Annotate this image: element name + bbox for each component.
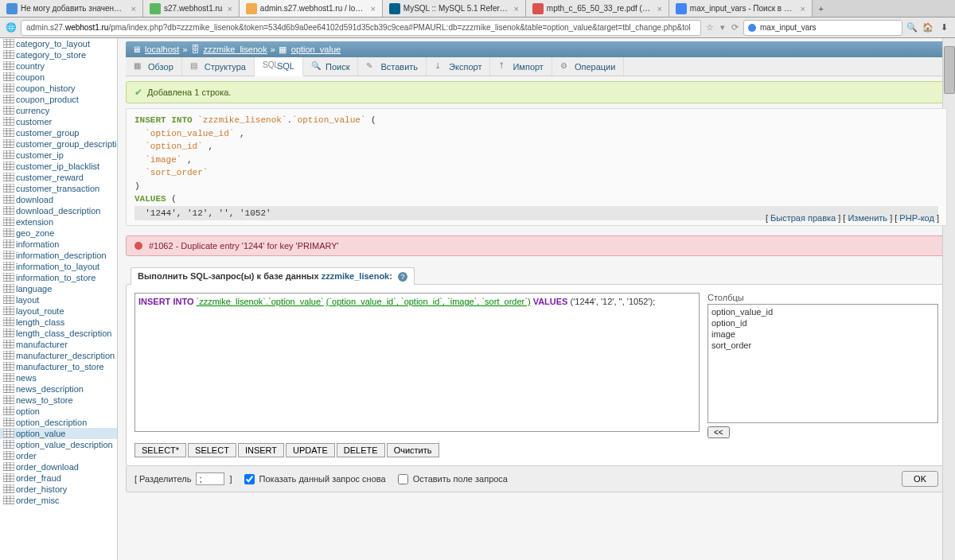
sidebar-item-layout_route[interactable]: layout_route bbox=[0, 305, 117, 317]
sidebar-item-customer_group_descriptio[interactable]: customer_group_descriptio bbox=[0, 138, 117, 150]
sidebar-item-coupon[interactable]: coupon bbox=[0, 72, 117, 83]
columns-insert-button[interactable]: << bbox=[707, 426, 730, 438]
browser-tab[interactable]: max_input_vars - Поиск в Google× bbox=[669, 0, 813, 17]
column-option[interactable]: sort_order bbox=[710, 340, 936, 351]
sidebar-item-order_fraud[interactable]: order_fraud bbox=[0, 472, 117, 484]
query-header-db[interactable]: zzzmike_lisenok bbox=[322, 271, 390, 281]
sidebar-item-currency[interactable]: currency bbox=[0, 105, 117, 116]
browser-tab[interactable]: s27.webhost1.ru× bbox=[143, 0, 240, 17]
tab-add-button[interactable]: + bbox=[813, 0, 830, 17]
browser-tab[interactable]: mpth_c_65_50_33_re.pdf (объект «appli...… bbox=[526, 0, 669, 17]
sql-btn-очистить[interactable]: Очистить bbox=[387, 443, 439, 457]
sql-btn-insert[interactable]: INSERT bbox=[238, 443, 284, 457]
tab-Поиск[interactable]: 🔍Поиск bbox=[303, 57, 358, 76]
edit-link[interactable]: Изменить bbox=[848, 213, 887, 223]
delimiter-input[interactable] bbox=[196, 472, 224, 485]
browser-search-input[interactable]: max_input_vars bbox=[743, 20, 902, 36]
dropdown-icon[interactable]: ▾ bbox=[719, 22, 727, 33]
column-option[interactable]: option_id bbox=[710, 317, 936, 329]
sidebar-item-option_description[interactable]: option_description bbox=[0, 417, 117, 428]
tab-close-icon[interactable]: × bbox=[800, 4, 805, 14]
sidebar-item-language[interactable]: language bbox=[0, 283, 117, 294]
keep-query-checkbox[interactable] bbox=[398, 474, 408, 484]
sidebar-item-layout[interactable]: layout bbox=[0, 294, 117, 305]
show-again-checkbox[interactable] bbox=[244, 474, 255, 484]
sidebar-item-news_to_store[interactable]: news_to_store bbox=[0, 395, 117, 406]
tab-Операции[interactable]: ⚙Операции bbox=[552, 57, 624, 76]
php-code-link[interactable]: PHP-код bbox=[899, 213, 934, 223]
column-option[interactable]: option_value_id bbox=[710, 306, 936, 317]
tab-Обзор[interactable]: ▦Обзор bbox=[126, 57, 182, 76]
sidebar-item-coupon_history[interactable]: coupon_history bbox=[0, 83, 117, 94]
sidebar-item-download[interactable]: download bbox=[0, 194, 117, 205]
breadcrumb-db[interactable]: zzzmike_lisenok bbox=[204, 45, 267, 54]
download-icon[interactable]: ⬇ bbox=[937, 21, 950, 34]
sidebar-item-customer_ip_blacklist[interactable]: customer_ip_blacklist bbox=[0, 161, 117, 172]
sidebar-item-order_download[interactable]: order_download bbox=[0, 461, 117, 472]
ok-button[interactable]: OK bbox=[902, 471, 938, 487]
sidebar-item-order_history[interactable]: order_history bbox=[0, 484, 117, 495]
sidebar-item-customer_ip[interactable]: customer_ip bbox=[0, 150, 117, 161]
tab-SQL[interactable]: SQLSQL bbox=[255, 57, 303, 76]
sidebar-item-country[interactable]: country bbox=[0, 60, 117, 72]
sidebar-item-news_description[interactable]: news_description bbox=[0, 383, 117, 395]
breadcrumb-host[interactable]: localhost bbox=[145, 45, 179, 54]
url-input[interactable]: admin.s27.webhost1.ru/pma/index.php?db=z… bbox=[21, 20, 701, 36]
sql-btn-select[interactable]: SELECT bbox=[188, 443, 236, 457]
sidebar-item-label: length_class bbox=[16, 317, 64, 327]
tab-close-icon[interactable]: × bbox=[131, 4, 136, 14]
sql-textarea[interactable]: INSERT INTO `zzzmike_lisenok`.`option_va… bbox=[134, 293, 700, 432]
sidebar-item-option[interactable]: option bbox=[0, 406, 117, 417]
show-again-label[interactable]: Показать данный запрос снова bbox=[259, 474, 386, 484]
sidebar-item-information_to_store[interactable]: information_to_store bbox=[0, 272, 117, 283]
column-option[interactable]: image bbox=[710, 329, 936, 340]
tab-close-icon[interactable]: × bbox=[227, 4, 232, 14]
sidebar-item-category_to_store[interactable]: category_to_store bbox=[0, 49, 117, 60]
sidebar-item-customer_reward[interactable]: customer_reward bbox=[0, 172, 117, 183]
sidebar-item-customer_group[interactable]: customer_group bbox=[0, 127, 117, 138]
sidebar-item-coupon_product[interactable]: coupon_product bbox=[0, 94, 117, 105]
tab-close-icon[interactable]: × bbox=[513, 4, 518, 14]
browser-tab[interactable]: MySQL :: MySQL 5.1 Reference Manual :...… bbox=[383, 0, 526, 17]
tab-Импорт[interactable]: ⤒Импорт bbox=[490, 57, 552, 76]
sidebar-item-option_value[interactable]: option_value bbox=[0, 428, 117, 439]
sidebar-item-manufacturer_description[interactable]: manufacturer_description bbox=[0, 350, 117, 361]
browser-tab[interactable]: admin.s27.webhost1.ru / localhost / zzz.… bbox=[240, 0, 383, 17]
sql-btn-delete[interactable]: DELETE bbox=[337, 443, 385, 457]
sidebar-item-extension[interactable]: extension bbox=[0, 216, 117, 228]
tab-close-icon[interactable]: × bbox=[370, 4, 375, 14]
sidebar-item-information_to_layout[interactable]: information_to_layout bbox=[0, 261, 117, 272]
browser-tab[interactable]: Не могу добавить значение опции - Op...× bbox=[0, 0, 143, 17]
sidebar-item-manufacturer[interactable]: manufacturer bbox=[0, 339, 117, 350]
tab-Экспорт[interactable]: ⤓Экспорт bbox=[427, 57, 490, 76]
sidebar-item-length_class_description[interactable]: length_class_description bbox=[0, 328, 117, 339]
breadcrumb-table[interactable]: option_value bbox=[291, 45, 341, 54]
sidebar-item-order[interactable]: order bbox=[0, 450, 117, 461]
tab-Структура[interactable]: ▤Структура bbox=[182, 57, 255, 76]
search-icon[interactable]: 🔍 bbox=[906, 21, 918, 34]
sidebar-item-length_class[interactable]: length_class bbox=[0, 317, 117, 328]
tab-close-icon[interactable]: × bbox=[657, 4, 661, 14]
sidebar-item-information_description[interactable]: information_description bbox=[0, 250, 117, 261]
sidebar-item-geo_zone[interactable]: geo_zone bbox=[0, 228, 117, 239]
sidebar-item-order_misc[interactable]: order_misc bbox=[0, 495, 117, 506]
sidebar-item-option_value_description[interactable]: option_value_description bbox=[0, 439, 117, 450]
sidebar[interactable]: category_to_layoutcategory_to_storecount… bbox=[0, 38, 118, 560]
sql-btn-update[interactable]: UPDATE bbox=[286, 443, 335, 457]
sql-btn-select-star[interactable]: SELECT* bbox=[134, 443, 186, 457]
reload-icon[interactable]: ⟳ bbox=[730, 22, 740, 33]
keep-query-label[interactable]: Оставить поле запроса bbox=[413, 474, 508, 484]
sidebar-item-customer[interactable]: customer bbox=[0, 116, 117, 127]
sidebar-item-category_to_layout[interactable]: category_to_layout bbox=[0, 38, 117, 49]
sidebar-item-manufacturer_to_store[interactable]: manufacturer_to_store bbox=[0, 361, 117, 372]
quick-edit-link[interactable]: Быстрая правка bbox=[770, 213, 836, 223]
columns-list[interactable]: option_value_idoption_idimagesort_order bbox=[707, 304, 938, 423]
tab-Вставить[interactable]: ✎Вставить bbox=[358, 57, 427, 76]
home-icon[interactable]: 🏠 bbox=[922, 21, 934, 34]
stop-icon[interactable]: ☆ bbox=[704, 22, 715, 33]
sidebar-item-download_description[interactable]: download_description bbox=[0, 205, 117, 216]
sidebar-item-news[interactable]: news bbox=[0, 372, 117, 383]
sidebar-item-customer_transaction[interactable]: customer_transaction bbox=[0, 183, 117, 194]
help-icon[interactable]: ? bbox=[398, 272, 407, 282]
sidebar-item-information[interactable]: information bbox=[0, 239, 117, 250]
